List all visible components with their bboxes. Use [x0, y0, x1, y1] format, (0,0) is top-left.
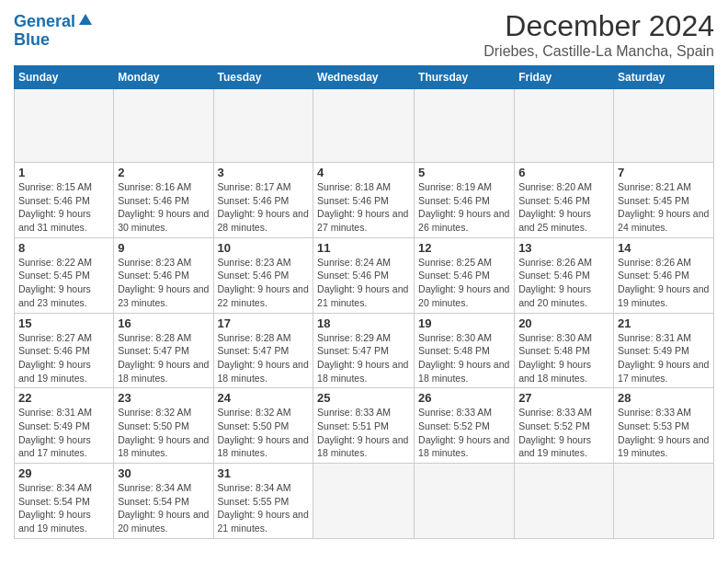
- calendar-week-row: [15, 89, 714, 163]
- table-row: 4 Sunrise: 8:18 AMSunset: 5:46 PMDayligh…: [313, 163, 415, 238]
- table-row: 13 Sunrise: 8:26 AMSunset: 5:46 PMDaylig…: [515, 237, 614, 313]
- day-number: 28: [618, 391, 710, 405]
- table-row: 24 Sunrise: 8:32 AMSunset: 5:50 PMDaylig…: [213, 388, 313, 464]
- table-row: [515, 464, 614, 539]
- title-area: December 2024 Driebes, Castille-La Manch…: [483, 9, 714, 60]
- day-info: Sunrise: 8:33 AMSunset: 5:52 PMDaylight:…: [418, 407, 509, 458]
- day-info: Sunrise: 8:20 AMSunset: 5:46 PMDaylight:…: [518, 181, 592, 233]
- table-row: 10 Sunrise: 8:23 AMSunset: 5:46 PMDaylig…: [213, 237, 313, 313]
- day-number: 20: [518, 316, 609, 330]
- table-row: 21 Sunrise: 8:31 AMSunset: 5:49 PMDaylig…: [614, 313, 714, 388]
- day-info: Sunrise: 8:26 AMSunset: 5:46 PMDaylight:…: [618, 257, 709, 308]
- day-info: Sunrise: 8:16 AMSunset: 5:46 PMDaylight:…: [118, 181, 209, 233]
- day-number: 2: [118, 166, 209, 179]
- day-info: Sunrise: 8:28 AMSunset: 5:47 PMDaylight:…: [118, 332, 209, 384]
- table-row: [313, 464, 415, 539]
- day-number: 17: [218, 316, 310, 330]
- table-row: 8 Sunrise: 8:22 AMSunset: 5:45 PMDayligh…: [15, 237, 114, 313]
- header-tuesday: Tuesday: [213, 66, 313, 89]
- table-row: [614, 89, 714, 163]
- day-info: Sunrise: 8:24 AMSunset: 5:46 PMDaylight:…: [317, 257, 408, 308]
- day-number: 18: [317, 316, 410, 330]
- day-info: Sunrise: 8:15 AMSunset: 5:46 PMDaylight:…: [18, 181, 92, 233]
- calendar-week-row: 15 Sunrise: 8:27 AMSunset: 5:46 PMDaylig…: [15, 313, 714, 388]
- day-number: 23: [118, 391, 209, 405]
- day-info: Sunrise: 8:23 AMSunset: 5:46 PMDaylight:…: [118, 257, 209, 308]
- table-row: 17 Sunrise: 8:28 AMSunset: 5:47 PMDaylig…: [213, 313, 313, 388]
- day-info: Sunrise: 8:30 AMSunset: 5:48 PMDaylight:…: [518, 332, 592, 384]
- calendar-week-row: 8 Sunrise: 8:22 AMSunset: 5:45 PMDayligh…: [15, 237, 714, 313]
- table-row: 22 Sunrise: 8:31 AMSunset: 5:49 PMDaylig…: [15, 388, 114, 464]
- day-number: 24: [218, 391, 310, 405]
- table-row: 15 Sunrise: 8:27 AMSunset: 5:46 PMDaylig…: [15, 313, 114, 388]
- header-monday: Monday: [114, 66, 213, 89]
- day-info: Sunrise: 8:22 AMSunset: 5:45 PMDaylight:…: [18, 257, 92, 308]
- day-info: Sunrise: 8:19 AMSunset: 5:46 PMDaylight:…: [418, 181, 509, 233]
- day-number: 21: [618, 316, 710, 330]
- table-row: [213, 89, 313, 163]
- header-wednesday: Wednesday: [313, 66, 415, 89]
- day-info: Sunrise: 8:28 AMSunset: 5:47 PMDaylight:…: [218, 332, 309, 384]
- table-row: 30 Sunrise: 8:34 AMSunset: 5:54 PMDaylig…: [114, 464, 213, 539]
- calendar-week-row: 1 Sunrise: 8:15 AMSunset: 5:46 PMDayligh…: [15, 163, 714, 238]
- day-info: Sunrise: 8:34 AMSunset: 5:54 PMDaylight:…: [118, 482, 209, 534]
- day-number: 29: [18, 466, 109, 480]
- table-row: 18 Sunrise: 8:29 AMSunset: 5:47 PMDaylig…: [313, 313, 415, 388]
- day-number: 30: [118, 466, 209, 480]
- page-container: General Blue December 2024 Driebes, Cast…: [0, 0, 728, 548]
- table-row: 3 Sunrise: 8:17 AMSunset: 5:46 PMDayligh…: [213, 163, 313, 238]
- day-info: Sunrise: 8:17 AMSunset: 5:46 PMDaylight:…: [218, 181, 309, 233]
- day-info: Sunrise: 8:21 AMSunset: 5:45 PMDaylight:…: [618, 181, 709, 233]
- day-number: 12: [418, 241, 510, 255]
- day-info: Sunrise: 8:23 AMSunset: 5:46 PMDaylight:…: [218, 257, 309, 308]
- day-number: 26: [418, 391, 510, 405]
- table-row: 28 Sunrise: 8:33 AMSunset: 5:53 PMDaylig…: [614, 388, 714, 464]
- logo-text: General: [14, 13, 75, 31]
- table-row: 26 Sunrise: 8:33 AMSunset: 5:52 PMDaylig…: [415, 388, 515, 464]
- table-row: 9 Sunrise: 8:23 AMSunset: 5:46 PMDayligh…: [114, 237, 213, 313]
- table-row: 16 Sunrise: 8:28 AMSunset: 5:47 PMDaylig…: [114, 313, 213, 388]
- logo-text-blue: Blue: [14, 31, 50, 50]
- day-info: Sunrise: 8:33 AMSunset: 5:53 PMDaylight:…: [618, 407, 709, 458]
- table-row: 20 Sunrise: 8:30 AMSunset: 5:48 PMDaylig…: [515, 313, 614, 388]
- calendar-subtitle: Driebes, Castille-La Mancha, Spain: [483, 43, 714, 60]
- table-row: 31 Sunrise: 8:34 AMSunset: 5:55 PMDaylig…: [213, 464, 313, 539]
- table-row: 12 Sunrise: 8:25 AMSunset: 5:46 PMDaylig…: [415, 237, 515, 313]
- table-row: [415, 89, 515, 163]
- day-number: 31: [218, 466, 310, 480]
- table-row: [614, 464, 714, 539]
- day-info: Sunrise: 8:31 AMSunset: 5:49 PMDaylight:…: [618, 332, 709, 384]
- day-number: 22: [18, 391, 109, 405]
- day-number: 4: [317, 166, 410, 179]
- table-row: 2 Sunrise: 8:16 AMSunset: 5:46 PMDayligh…: [114, 163, 213, 238]
- day-info: Sunrise: 8:18 AMSunset: 5:46 PMDaylight:…: [317, 181, 408, 233]
- table-row: 5 Sunrise: 8:19 AMSunset: 5:46 PMDayligh…: [415, 163, 515, 238]
- day-info: Sunrise: 8:34 AMSunset: 5:55 PMDaylight:…: [218, 482, 309, 534]
- day-info: Sunrise: 8:27 AMSunset: 5:46 PMDaylight:…: [18, 332, 92, 384]
- day-number: 25: [317, 391, 410, 405]
- day-number: 15: [18, 316, 109, 330]
- table-row: 6 Sunrise: 8:20 AMSunset: 5:46 PMDayligh…: [515, 163, 614, 238]
- day-number: 16: [118, 316, 209, 330]
- calendar-week-row: 29 Sunrise: 8:34 AMSunset: 5:54 PMDaylig…: [15, 464, 714, 539]
- svg-marker-0: [79, 14, 92, 25]
- table-row: [313, 89, 415, 163]
- day-info: Sunrise: 8:33 AMSunset: 5:52 PMDaylight:…: [518, 407, 592, 458]
- table-row: 7 Sunrise: 8:21 AMSunset: 5:45 PMDayligh…: [614, 163, 714, 238]
- day-number: 5: [418, 166, 510, 179]
- day-number: 11: [317, 241, 410, 255]
- day-info: Sunrise: 8:33 AMSunset: 5:51 PMDaylight:…: [317, 407, 408, 458]
- logo-icon: [77, 12, 94, 29]
- table-row: 14 Sunrise: 8:26 AMSunset: 5:46 PMDaylig…: [614, 237, 714, 313]
- day-info: Sunrise: 8:34 AMSunset: 5:54 PMDaylight:…: [18, 482, 92, 534]
- calendar-week-row: 22 Sunrise: 8:31 AMSunset: 5:49 PMDaylig…: [15, 388, 714, 464]
- day-number: 8: [18, 241, 109, 255]
- day-number: 27: [518, 391, 609, 405]
- header-sunday: Sunday: [15, 66, 114, 89]
- day-info: Sunrise: 8:30 AMSunset: 5:48 PMDaylight:…: [418, 332, 509, 384]
- day-number: 7: [618, 166, 710, 179]
- day-number: 1: [18, 166, 109, 179]
- table-row: [114, 89, 213, 163]
- table-row: [515, 89, 614, 163]
- table-row: [15, 89, 114, 163]
